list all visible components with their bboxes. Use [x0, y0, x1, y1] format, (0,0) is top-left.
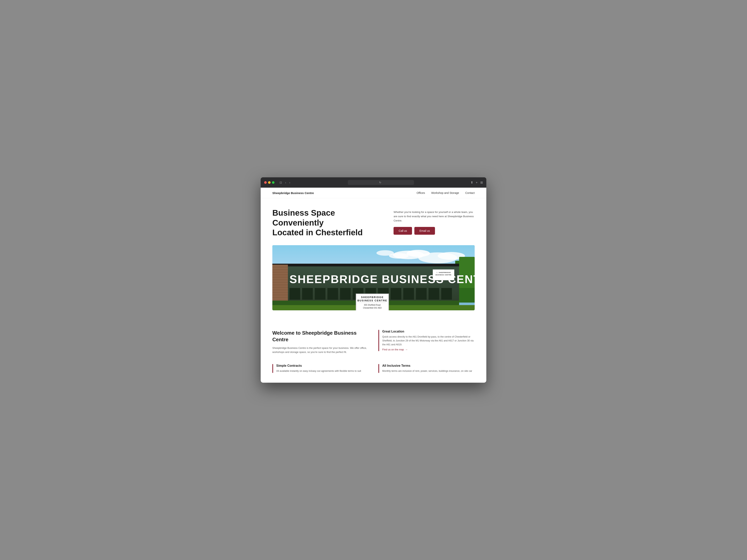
- browser-nav-controls: ⊡ ‹ ›: [278, 181, 291, 184]
- website-content: Sheepbridge Business Centre Offices Work…: [261, 188, 486, 382]
- svg-text:BUSINESS CENTRE: BUSINESS CENTRE: [357, 299, 387, 302]
- feature-content: Great Location Quick access directly to …: [382, 330, 475, 351]
- nav-link-offices[interactable]: Offices: [416, 191, 425, 194]
- svg-rect-31: [327, 288, 338, 300]
- svg-rect-29: [302, 288, 313, 300]
- svg-rect-39: [429, 288, 439, 300]
- nav-link-contact[interactable]: Contact: [465, 191, 475, 194]
- site-nav: Sheepbridge Business Centre Offices Work…: [261, 188, 486, 198]
- svg-rect-32: [340, 288, 351, 300]
- svg-rect-11: [272, 264, 459, 266]
- all-inclusive-body: Monthly terms are inclusive of rent, pow…: [382, 369, 472, 373]
- simple-contracts-body: All available instantly on easy in/easy …: [276, 369, 361, 373]
- svg-rect-30: [315, 288, 326, 300]
- share-icon[interactable]: ⬆: [470, 181, 473, 184]
- svg-text:BUSINESS CENTRE: BUSINESS CENTRE: [436, 274, 452, 275]
- features-block: Great Location Quick access directly to …: [378, 330, 475, 354]
- hero-buttons: Call us Email us: [393, 227, 475, 235]
- svg-text:655 Sheffield Road: 655 Sheffield Road: [364, 304, 381, 306]
- feature-simple-contracts: Simple Contracts All available instantly…: [272, 364, 369, 373]
- find-on-map-link[interactable]: Find us on the map →: [382, 348, 408, 351]
- bottom-feature-content-2: All Inclusive Terms Monthly terms are in…: [382, 364, 472, 373]
- svg-point-7: [377, 250, 394, 256]
- feature-body: Quick access directly to the A61 Dronfie…: [382, 335, 475, 347]
- bottom-feature-accent-1: [272, 364, 273, 373]
- close-button[interactable]: [264, 181, 267, 184]
- hero-left: Business Space Conveniently Located in C…: [272, 208, 386, 237]
- svg-rect-40: [441, 288, 452, 300]
- svg-rect-12: [272, 265, 288, 302]
- hero-title: Business Space Conveniently Located in C…: [272, 208, 386, 237]
- browser-right-controls: ⬆ + ⊞: [470, 181, 483, 184]
- nav-item-offices[interactable]: Offices: [416, 191, 425, 195]
- feature-heading: Great Location: [382, 330, 475, 333]
- minimize-button[interactable]: [268, 181, 271, 184]
- nav-links: Offices Workshop and Storage Contact: [416, 191, 475, 195]
- sidebar-toggle-button[interactable]: ⊡: [278, 181, 283, 184]
- welcome-block: Welcome to Sheepbridge Business Centre S…: [272, 330, 369, 354]
- hero-image: SHEEPBRIDGE BUSINESS CENTRE 🐑 SHEEPBRIDG…: [272, 245, 475, 310]
- reload-icon: ↻: [379, 181, 381, 184]
- bottom-features: Simple Contracts All available instantly…: [261, 364, 486, 383]
- feature-all-inclusive: All Inclusive Terms Monthly terms are in…: [378, 364, 475, 373]
- svg-text:SHEEPBRIDGE: SHEEPBRIDGE: [361, 296, 384, 299]
- svg-text:🐑 SHEEPBRIDGE: 🐑 SHEEPBRIDGE: [436, 272, 451, 273]
- svg-rect-38: [416, 288, 427, 300]
- svg-text:Chesterfield S41 9ED: Chesterfield S41 9ED: [363, 307, 382, 309]
- call-us-button[interactable]: Call us: [393, 227, 412, 235]
- traffic-lights: [264, 181, 275, 184]
- site-logo: Sheepbridge Business Centre: [272, 191, 314, 195]
- simple-contracts-heading: Simple Contracts: [276, 364, 361, 368]
- feature-accent-bar: [378, 330, 379, 351]
- browser-window: ⊡ ‹ › ↻ ⬆ + ⊞ Sheepbridge Business Centr…: [261, 177, 486, 382]
- grid-view-icon[interactable]: ⊞: [480, 181, 483, 184]
- add-tab-icon[interactable]: +: [476, 181, 478, 184]
- welcome-heading: Welcome to Sheepbridge Business Centre: [272, 330, 369, 343]
- nav-item-contact[interactable]: Contact: [465, 191, 475, 195]
- bottom-feature-accent-2: [378, 364, 379, 373]
- content-section: Welcome to Sheepbridge Business Centre S…: [261, 320, 486, 364]
- nav-link-workshop[interactable]: Workshop and Storage: [431, 191, 459, 194]
- bottom-feature-content-1: Simple Contracts All available instantly…: [276, 364, 361, 373]
- feature-great-location: Great Location Quick access directly to …: [378, 330, 475, 351]
- svg-rect-37: [403, 288, 414, 300]
- hero-description: Whether you're looking for a space for y…: [393, 210, 475, 223]
- hero-right: Whether you're looking for a space for y…: [393, 208, 475, 237]
- all-inclusive-heading: All Inclusive Terms: [382, 364, 472, 368]
- address-bar-area: ↻: [294, 180, 468, 185]
- svg-rect-28: [289, 288, 300, 300]
- forward-button[interactable]: ›: [288, 181, 291, 184]
- address-bar[interactable]: ↻: [348, 180, 414, 185]
- svg-rect-36: [391, 288, 401, 300]
- email-us-button[interactable]: Email us: [414, 227, 435, 235]
- browser-chrome: ⊡ ‹ › ↻ ⬆ + ⊞: [261, 177, 486, 188]
- welcome-body: Sheepbridge Business Centre is the perfe…: [272, 346, 369, 354]
- building-illustration: SHEEPBRIDGE BUSINESS CENTRE 🐑 SHEEPBRIDG…: [272, 245, 475, 310]
- back-button[interactable]: ‹: [284, 181, 287, 184]
- hero-section: Business Space Conveniently Located in C…: [261, 198, 486, 245]
- nav-item-workshop[interactable]: Workshop and Storage: [431, 191, 459, 195]
- maximize-button[interactable]: [272, 181, 275, 184]
